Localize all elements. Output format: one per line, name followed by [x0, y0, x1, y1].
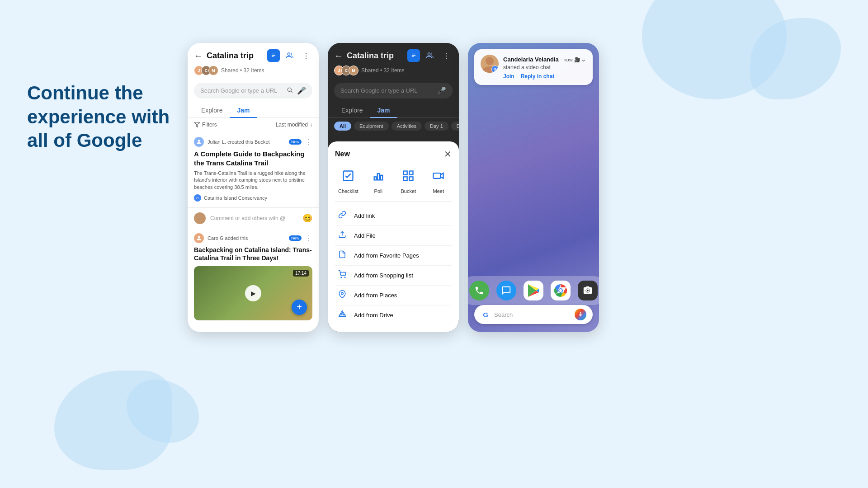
- video-thumbnail[interactable]: 17:14 ▶ +: [194, 266, 312, 320]
- google-search-bar[interactable]: G Search: [474, 305, 593, 324]
- svg-rect-13: [374, 177, 376, 180]
- tag-activities[interactable]: Activities: [392, 122, 422, 131]
- new-modal: New ✕ Checklist Poll: [328, 141, 459, 332]
- comment-bar: Comment or add others with @ 😊: [188, 207, 319, 229]
- dock-chrome-icon[interactable]: [551, 281, 571, 300]
- svg-point-22: [341, 277, 342, 278]
- comment-avatar: [194, 212, 206, 224]
- svg-rect-19: [410, 177, 413, 180]
- phone2-note-btn[interactable]: [407, 49, 420, 62]
- svg-rect-2: [272, 55, 275, 56]
- modal-add-drive[interactable]: Add from Drive: [335, 305, 452, 325]
- note-icon-btn[interactable]: [267, 49, 280, 62]
- modal-add-shopping[interactable]: Add from Shopping list: [335, 266, 452, 286]
- svg-rect-3: [272, 56, 274, 57]
- notif-msg: started a video chat: [503, 64, 586, 70]
- modal-title: New: [335, 150, 350, 158]
- dock: [468, 276, 599, 305]
- checklist-label: Checklist: [338, 188, 359, 194]
- card2-more[interactable]: ⋮: [305, 234, 312, 243]
- tag-pills-row: All Equipment Activities Day 1 Day...: [328, 118, 459, 134]
- meet-label: Meet: [433, 188, 444, 194]
- checklist-icon: [338, 166, 358, 186]
- phone2-tab-jam[interactable]: Jam: [370, 103, 397, 117]
- places-icon: [337, 290, 348, 300]
- google-mic-btn[interactable]: [575, 309, 586, 320]
- notif-expand-btn[interactable]: ⌄: [580, 55, 586, 63]
- phone2-more-btn[interactable]: ⋮: [440, 49, 453, 62]
- svg-point-11: [428, 53, 430, 55]
- tag-equipment[interactable]: Equipment: [354, 122, 389, 131]
- modal-add-file[interactable]: Add File: [335, 226, 452, 246]
- dock-phone-icon[interactable]: [469, 281, 489, 300]
- modal-add-link[interactable]: Add link: [335, 206, 452, 226]
- add-places-label: Add from Places: [354, 292, 397, 299]
- modal-add-places[interactable]: Add from Places: [335, 286, 452, 305]
- modal-checklist[interactable]: Checklist: [335, 166, 362, 194]
- file-upload-icon: [337, 230, 348, 241]
- phone2-search-text: Search Google or type a URL: [340, 87, 434, 94]
- phone-3: G Candelaria Velandia · now 🎥 ⌄ started …: [468, 43, 599, 332]
- mic-icon[interactable]: 🎤: [297, 86, 306, 95]
- card2-title: Backpacking on Catalina Island: Trans-Ca…: [194, 246, 312, 262]
- phone2-header: ← Catalina trip ⋮: [328, 43, 459, 66]
- google-search-text: Search: [494, 311, 571, 318]
- svg-rect-16: [404, 171, 407, 175]
- card1-badge: New: [289, 139, 302, 145]
- headline-line1: Continue the: [27, 82, 143, 103]
- tab-jam[interactable]: Jam: [230, 103, 257, 117]
- notif-join-btn[interactable]: Join: [503, 73, 514, 80]
- lens-icon[interactable]: [286, 86, 293, 94]
- video-duration: 17:14: [293, 270, 309, 277]
- filter-right[interactable]: Last modified ↓: [276, 122, 312, 128]
- meet-icon: [429, 166, 448, 186]
- card1-more[interactable]: ⋮: [305, 138, 312, 146]
- tag-day1[interactable]: Day 1: [425, 122, 448, 131]
- phone1-search-bar[interactable]: Search Google or type a URL 🎤: [194, 83, 312, 99]
- notif-reply-btn[interactable]: Reply in chat: [521, 73, 555, 80]
- modal-poll[interactable]: Poll: [365, 166, 392, 194]
- svg-rect-14: [377, 174, 379, 180]
- emoji-btn[interactable]: 😊: [302, 213, 312, 223]
- add-fab-button[interactable]: +: [292, 300, 307, 315]
- card1-action: created this Bucket: [227, 139, 270, 145]
- phone2-avatar-group: J C M: [334, 66, 359, 75]
- dock-camera-icon[interactable]: [578, 281, 598, 300]
- source-name: Catalina Island Conservancy: [204, 195, 267, 201]
- svg-point-24: [341, 292, 344, 295]
- svg-rect-9: [412, 55, 415, 56]
- phone2-tab-explore[interactable]: Explore: [334, 103, 370, 117]
- comment-input[interactable]: Comment or add others with @: [210, 215, 298, 221]
- modal-meet[interactable]: Meet: [425, 166, 452, 194]
- modal-close-btn[interactable]: ✕: [444, 149, 452, 160]
- phone2-back-arrow[interactable]: ←: [334, 51, 343, 61]
- svg-rect-10: [412, 56, 414, 57]
- tag-day-more[interactable]: Day...: [451, 122, 459, 131]
- svg-point-28: [486, 57, 494, 65]
- phone2-title: Catalina trip: [347, 51, 404, 61]
- notif-name: Candelaria Velandia: [503, 56, 559, 63]
- dock-playstore-icon[interactable]: [524, 281, 543, 300]
- phone2-people-btn[interactable]: [424, 49, 436, 62]
- svg-point-7: [198, 236, 200, 239]
- dock-messages-icon[interactable]: [496, 281, 516, 300]
- tab-explore[interactable]: Explore: [194, 103, 230, 117]
- modal-bucket[interactable]: Bucket: [395, 166, 422, 194]
- back-arrow-icon[interactable]: ←: [194, 51, 203, 61]
- svg-rect-1: [272, 54, 275, 54]
- people-icon-btn[interactable]: [283, 49, 296, 62]
- more-menu-icon[interactable]: ⋮: [300, 49, 312, 62]
- headline-line2: experience with: [27, 106, 170, 127]
- last-modified-label: Last modified: [276, 122, 308, 128]
- poll-icon: [368, 166, 388, 186]
- card1-source: C Catalina Island Conservancy: [194, 194, 312, 202]
- filter-left[interactable]: Filters: [194, 122, 217, 128]
- phone2-search-bar[interactable]: Search Google or type a URL 🎤: [334, 83, 453, 99]
- card-1: Julian L. created this Bucket New ⋮ A Co…: [188, 131, 319, 207]
- phone2-mic-icon[interactable]: 🎤: [437, 86, 446, 95]
- notif-avatar-badge: G: [491, 66, 499, 73]
- play-button[interactable]: ▶: [245, 285, 261, 301]
- modal-add-favorites[interactable]: Add from Favorite Pages: [335, 246, 452, 266]
- tag-all[interactable]: All: [334, 122, 351, 131]
- card1-user-name: Julian L.: [208, 139, 226, 145]
